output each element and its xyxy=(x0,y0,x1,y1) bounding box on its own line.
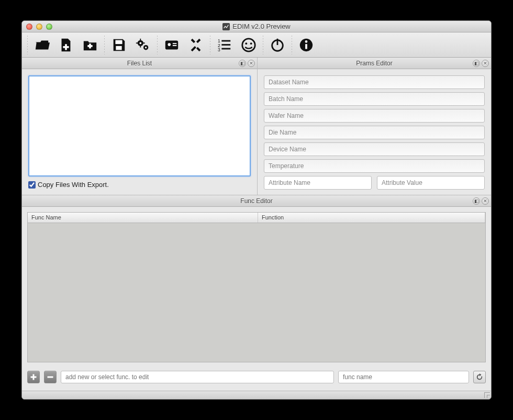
popout-panel-button[interactable]: ◧ xyxy=(239,60,246,67)
files-panel-body: Copy Files With Export. xyxy=(22,69,257,195)
file-plus-icon xyxy=(58,37,74,53)
svg-rect-25 xyxy=(277,38,278,45)
temperature-input[interactable] xyxy=(264,159,485,173)
smile-button[interactable] xyxy=(239,35,259,55)
zoom-window-button[interactable] xyxy=(46,24,52,30)
svg-rect-14 xyxy=(173,45,177,46)
popout-panel-button[interactable]: ◧ xyxy=(473,197,480,205)
window-title: EDIM v2.0 Preview xyxy=(222,23,291,30)
minimize-window-button[interactable] xyxy=(36,24,42,30)
func-name-column-header[interactable]: Func Name xyxy=(28,213,258,223)
func-panel-title: Func Editor xyxy=(240,197,272,205)
tools-button[interactable] xyxy=(186,35,206,55)
new-folder-button[interactable] xyxy=(80,35,100,55)
id-card-icon xyxy=(164,37,180,53)
close-panel-button[interactable]: ✕ xyxy=(248,60,255,67)
gears-icon xyxy=(135,37,151,53)
prams-panel-title: Prams Editor xyxy=(356,60,392,67)
svg-point-12 xyxy=(168,43,171,46)
toolbar-separator xyxy=(210,36,210,54)
refresh-icon xyxy=(476,373,483,381)
svg-point-4 xyxy=(139,42,141,44)
minus-icon xyxy=(47,374,53,380)
copy-files-checkbox[interactable] xyxy=(28,181,36,189)
prams-panel: Prams Editor ◧ ✕ xyxy=(258,58,491,195)
svg-rect-31 xyxy=(48,377,53,378)
titlebar: EDIM v2.0 Preview xyxy=(22,21,491,32)
statusbar xyxy=(22,391,491,399)
func-name-input[interactable] xyxy=(338,371,469,383)
func-table-body[interactable] xyxy=(28,223,485,362)
batch-name-input[interactable] xyxy=(264,92,485,106)
func-table-header: Func Name Function xyxy=(28,213,485,223)
open-folder-button[interactable] xyxy=(32,35,52,55)
window-controls xyxy=(26,24,52,30)
attribute-value-input[interactable] xyxy=(377,176,485,190)
die-name-input[interactable] xyxy=(264,126,485,139)
close-panel-button[interactable]: ✕ xyxy=(482,197,489,205)
resize-grip[interactable] xyxy=(484,392,490,398)
svg-rect-9 xyxy=(136,42,138,43)
svg-point-22 xyxy=(245,42,247,45)
toolbar: 123 xyxy=(22,32,491,58)
svg-point-28 xyxy=(305,40,308,43)
tools-icon xyxy=(188,37,204,53)
svg-point-6 xyxy=(145,47,147,48)
toolbar-separator xyxy=(292,36,292,54)
attribute-name-input[interactable] xyxy=(264,176,372,190)
power-icon xyxy=(270,37,285,53)
smile-icon xyxy=(241,37,256,53)
svg-rect-7 xyxy=(140,38,141,40)
refresh-func-button[interactable] xyxy=(473,371,486,383)
svg-rect-1 xyxy=(115,40,122,44)
func-panel-header: Func Editor ◧ ✕ xyxy=(22,195,491,207)
info-icon xyxy=(298,37,314,53)
svg-rect-10 xyxy=(143,42,145,43)
folder-open-icon xyxy=(34,37,50,53)
power-button[interactable] xyxy=(267,35,287,55)
svg-rect-30 xyxy=(31,377,36,378)
prams-panel-body xyxy=(258,69,491,195)
device-name-input[interactable] xyxy=(264,142,485,156)
files-panel-title: Files List xyxy=(127,60,152,67)
svg-point-23 xyxy=(250,42,252,45)
popout-panel-button[interactable]: ◧ xyxy=(473,60,480,67)
save-button[interactable] xyxy=(109,35,129,55)
func-panel: Func Editor ◧ ✕ Func Name Function xyxy=(22,195,491,391)
func-edit-input[interactable] xyxy=(61,371,334,383)
toolbar-separator xyxy=(27,36,28,54)
files-panel: Files List ◧ ✕ Copy Files With Export. xyxy=(22,58,258,195)
svg-rect-13 xyxy=(173,43,177,44)
dataset-name-input[interactable] xyxy=(264,75,485,89)
folder-plus-icon xyxy=(82,37,98,53)
top-panels-row: Files List ◧ ✕ Copy Files With Export. P… xyxy=(22,58,491,195)
settings-gears-button[interactable] xyxy=(133,35,153,55)
add-func-button[interactable] xyxy=(27,371,40,383)
svg-rect-8 xyxy=(140,45,141,47)
func-table[interactable]: Func Name Function xyxy=(27,212,486,362)
list-icon: 123 xyxy=(217,37,232,53)
info-button[interactable] xyxy=(296,35,316,55)
toolbar-separator xyxy=(157,36,158,54)
numbered-list-button[interactable]: 123 xyxy=(215,35,235,55)
copy-files-checkbox-row[interactable]: Copy Files With Export. xyxy=(28,181,251,189)
func-footer xyxy=(27,369,486,385)
app-icon xyxy=(222,23,230,30)
toolbar-separator xyxy=(263,36,263,54)
svg-rect-27 xyxy=(305,44,307,49)
svg-rect-18 xyxy=(221,40,230,41)
remove-func-button[interactable] xyxy=(44,371,57,383)
prams-panel-header: Prams Editor ◧ ✕ xyxy=(258,58,491,69)
close-window-button[interactable] xyxy=(26,24,32,30)
save-icon xyxy=(111,37,127,53)
svg-text:3: 3 xyxy=(218,47,220,52)
function-column-header[interactable]: Function xyxy=(258,213,485,223)
svg-rect-19 xyxy=(221,44,230,46)
new-file-button[interactable] xyxy=(56,35,76,55)
copy-files-label: Copy Files With Export. xyxy=(38,181,109,189)
id-card-button[interactable] xyxy=(162,35,182,55)
wafer-name-input[interactable] xyxy=(264,109,485,123)
close-panel-button[interactable]: ✕ xyxy=(482,60,489,67)
files-panel-header: Files List ◧ ✕ xyxy=(22,58,257,69)
files-list[interactable] xyxy=(28,75,251,176)
